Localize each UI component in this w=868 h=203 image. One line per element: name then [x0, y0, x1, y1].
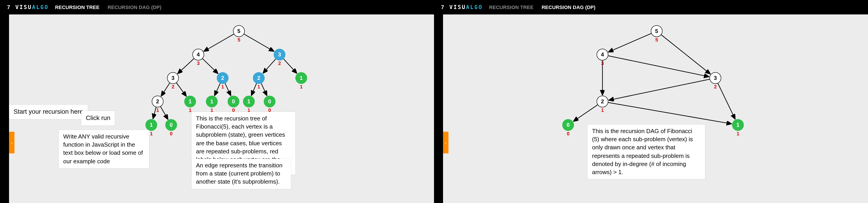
svg-line-10 — [252, 83, 256, 95]
return-value-label: 3 — [197, 61, 199, 66]
svg-line-16 — [608, 56, 709, 77]
return-value-label: 1 — [221, 84, 224, 89]
return-value-label: 0 — [268, 107, 271, 113]
svg-line-2 — [178, 59, 194, 73]
return-value-label: 1 — [247, 107, 250, 113]
graph-node[interactable]: 0 — [264, 96, 276, 107]
return-value-label: 1 — [156, 107, 159, 113]
graph-node[interactable]: 5 — [651, 25, 662, 37]
svg-line-19 — [718, 83, 735, 119]
page-number: 7 — [4, 4, 13, 10]
svg-line-7 — [176, 83, 186, 96]
return-value-label: 1 — [211, 107, 213, 113]
svg-line-14 — [609, 33, 651, 52]
return-value-label: 0 — [170, 131, 173, 136]
svg-line-3 — [203, 59, 218, 73]
graph-node[interactable]: 2 — [152, 96, 163, 107]
svg-line-4 — [263, 59, 276, 73]
tab-recursion-tree[interactable]: RECURSION TREE — [55, 4, 100, 10]
svg-line-12 — [153, 107, 156, 119]
return-value-label: 5 — [238, 37, 240, 42]
svg-line-13 — [160, 107, 168, 119]
graph-node[interactable]: 5 — [233, 25, 245, 37]
tab-recursion-tree[interactable]: RECURSION TREE — [489, 4, 534, 10]
svg-line-8 — [215, 83, 220, 95]
return-value-label: 1 — [300, 84, 303, 89]
svg-line-11 — [261, 83, 267, 95]
page-number: 7 — [438, 4, 447, 10]
return-value-label: 1 — [737, 131, 739, 136]
graph-node[interactable]: 1 — [243, 96, 255, 107]
svg-line-18 — [609, 79, 710, 100]
graph-node[interactable]: 3 — [167, 72, 179, 84]
svg-line-0 — [204, 34, 234, 51]
visualization-canvas: 554332210011 This is the recursion DAG o… — [443, 14, 868, 203]
tab-recursion-dag[interactable]: RECURSION DAG (DP) — [541, 4, 595, 10]
svg-line-6 — [161, 83, 169, 96]
svg-line-20 — [574, 105, 598, 121]
logo[interactable]: VISUALGO — [450, 4, 483, 10]
svg-line-15 — [661, 35, 710, 74]
return-value-label: 1 — [189, 107, 191, 113]
graph-node[interactable]: 2 — [217, 72, 228, 84]
graph-node[interactable]: 1 — [184, 96, 196, 107]
return-value-label: 5 — [655, 37, 658, 42]
return-value-label: 1 — [150, 131, 153, 136]
graph-node[interactable]: 0 — [227, 96, 239, 107]
tab-recursion-dag[interactable]: RECURSION DAG (DP) — [107, 4, 161, 10]
graph-node[interactable]: 2 — [596, 96, 608, 107]
svg-line-1 — [244, 34, 274, 51]
svg-line-21 — [608, 102, 732, 124]
graph-node[interactable]: 1 — [146, 119, 157, 131]
graph-node[interactable]: 4 — [192, 49, 204, 61]
graph-node[interactable]: 0 — [562, 119, 574, 131]
graph-node[interactable]: 3 — [274, 49, 285, 61]
svg-line-5 — [284, 59, 297, 73]
return-value-label: 0 — [232, 107, 235, 113]
graph-edges — [443, 14, 868, 203]
graph-node[interactable]: 1 — [296, 72, 307, 84]
logo[interactable]: VISUALGO — [16, 4, 49, 10]
return-value-label: 2 — [278, 61, 281, 66]
svg-line-9 — [225, 83, 231, 95]
graph-node[interactable]: 4 — [596, 49, 608, 61]
return-value-label: 1 — [257, 84, 260, 89]
view-tabs: RECURSION TREE RECURSION DAG (DP) — [489, 4, 595, 10]
return-value-label: 2 — [714, 84, 717, 89]
graph-node[interactable]: 1 — [206, 96, 218, 107]
graph-node[interactable]: 0 — [165, 119, 177, 131]
graph-node[interactable]: 2 — [253, 72, 265, 84]
return-value-label: 3 — [601, 61, 604, 66]
return-value-label: 1 — [601, 107, 604, 113]
return-value-label: 0 — [567, 131, 569, 136]
view-tabs: RECURSION TREE RECURSION DAG (DP) — [55, 4, 161, 10]
graph-node[interactable]: 3 — [710, 72, 721, 84]
graph-node[interactable]: 1 — [732, 119, 744, 131]
header: 7 VISUALGO RECURSION TREE RECURSION DAG … — [434, 0, 868, 14]
return-value-label: 2 — [172, 84, 174, 89]
